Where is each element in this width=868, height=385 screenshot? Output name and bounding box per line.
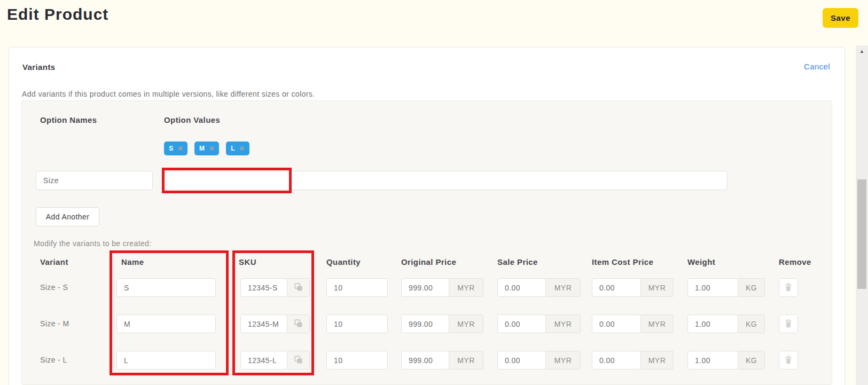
chip-remove-icon[interactable]: ✖ (239, 146, 244, 152)
currency-addon: MYR (449, 315, 483, 333)
option-value-chips: S ✖ M ✖ L ✖ (164, 142, 249, 155)
weight-input[interactable] (687, 351, 738, 370)
currency-addon: MYR (449, 351, 483, 370)
sale-price-input[interactable] (497, 351, 546, 370)
name-input[interactable] (116, 278, 216, 297)
column-header-sale-price: Sale Price (497, 257, 538, 266)
scrollbar-thumb[interactable] (857, 179, 866, 289)
column-header-original-price: Original Price (401, 257, 456, 266)
copy-sku-button[interactable] (287, 278, 310, 297)
weight-unit-addon: KG (738, 278, 765, 297)
chip-remove-icon[interactable]: ✖ (209, 146, 214, 152)
section-description: Add variants if this product comes in mu… (22, 90, 315, 98)
option-value-chip: S ✖ (164, 142, 187, 155)
item-cost-price-input[interactable] (592, 315, 641, 333)
currency-addon: MYR (546, 351, 581, 370)
quantity-input[interactable] (326, 351, 388, 370)
page-title: Edit Product (7, 5, 108, 23)
chip-label: S (169, 145, 174, 152)
trash-icon (784, 282, 793, 293)
item-cost-price-input[interactable] (592, 351, 641, 370)
currency-addon: MYR (449, 278, 483, 297)
original-price-input[interactable] (401, 351, 449, 370)
currency-addon: MYR (546, 278, 581, 297)
copy-sku-button[interactable] (287, 315, 310, 333)
column-header-name: Name (121, 257, 144, 266)
copy-sku-button[interactable] (287, 351, 310, 370)
variant-label: Size - M (40, 315, 110, 333)
option-values-header: Option Values (164, 115, 220, 124)
remove-variant-button[interactable] (779, 278, 798, 297)
cancel-link[interactable]: Cancel (804, 62, 830, 71)
column-header-variant: Variant (40, 257, 68, 266)
currency-addon: MYR (641, 278, 674, 297)
copy-icon (294, 319, 303, 329)
remove-variant-button[interactable] (779, 315, 798, 333)
name-input[interactable] (116, 351, 216, 370)
save-button[interactable]: Save (823, 8, 858, 28)
scroll-up-button[interactable]: ▲ (856, 45, 868, 57)
sku-input[interactable] (240, 351, 287, 370)
option-name-input[interactable] (36, 171, 153, 190)
variant-label: Size - S (40, 278, 110, 297)
weight-input[interactable] (687, 315, 738, 333)
section-title: Variants (22, 62, 56, 72)
up-arrow-icon: ▲ (859, 49, 864, 54)
weight-input[interactable] (687, 278, 738, 297)
option-names-header: Option Names (40, 115, 97, 124)
weight-unit-addon: KG (738, 351, 765, 370)
column-header-item-cost-price: Item Cost Price (592, 257, 653, 266)
quantity-input[interactable] (326, 315, 388, 333)
column-header-remove: Remove (779, 257, 811, 266)
chip-remove-icon[interactable]: ✖ (178, 146, 183, 152)
trash-icon (784, 355, 793, 366)
chip-label: L (231, 145, 235, 152)
column-header-quantity: Quantity (326, 257, 361, 266)
remove-variant-button[interactable] (779, 351, 798, 370)
sale-price-input[interactable] (497, 278, 546, 297)
trash-icon (784, 319, 793, 329)
option-value-chip: M ✖ (194, 142, 219, 155)
sale-price-input[interactable] (497, 315, 546, 333)
option-values-input[interactable] (164, 171, 728, 190)
variants-intro: Modify the variants to be created: (34, 239, 152, 248)
option-value-chip: L ✖ (226, 142, 249, 155)
weight-unit-addon: KG (738, 315, 765, 333)
copy-icon (294, 355, 303, 366)
item-cost-price-input[interactable] (592, 278, 641, 297)
original-price-input[interactable] (401, 278, 449, 297)
currency-addon: MYR (546, 315, 581, 333)
currency-addon: MYR (641, 351, 674, 370)
sku-input[interactable] (240, 315, 287, 333)
chip-label: M (199, 145, 205, 152)
variant-label: Size - L (40, 351, 110, 370)
add-another-button[interactable]: Add Another (36, 207, 99, 226)
original-price-input[interactable] (401, 315, 449, 333)
copy-icon (294, 282, 303, 293)
currency-addon: MYR (641, 315, 674, 333)
quantity-input[interactable] (326, 278, 388, 297)
column-header-weight: Weight (687, 257, 715, 266)
name-input[interactable] (116, 315, 216, 333)
column-header-sku: SKU (239, 257, 256, 266)
sku-input[interactable] (240, 278, 287, 297)
